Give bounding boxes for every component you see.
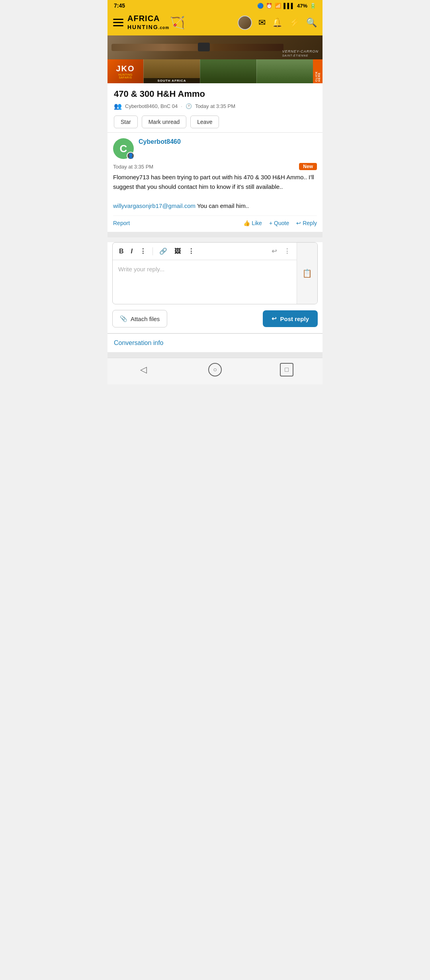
- more-options-button[interactable]: ⋮: [186, 246, 197, 257]
- logo-text: AFRICA HUNTING.com: [127, 14, 169, 31]
- jko-images: SOUTH AFRICA: [143, 59, 313, 83]
- mail-icon[interactable]: ✉: [258, 18, 266, 28]
- ad-banner[interactable]: VERNEY-CARRON SAINT-ÉTIENNE JKO HUNTINGS…: [108, 35, 322, 83]
- editor-side-button[interactable]: 📋: [297, 243, 317, 304]
- bell-icon[interactable]: 🔔: [272, 18, 283, 28]
- thread-title-section: 470 & 300 H&H Ammo 👥 Cyberbot8460, BnC 0…: [108, 83, 322, 132]
- thread-title: 470 & 300 H&H Ammo: [114, 89, 316, 99]
- post-actions-right: 👍 Like + Quote ↩ Reply: [243, 220, 317, 226]
- post-header: C 👤 Cyberbot8460: [113, 138, 317, 159]
- section-gap: [108, 232, 322, 237]
- post-body: Flomoney713 has been trying to part out …: [113, 172, 317, 216]
- site-logo[interactable]: AFRICA HUNTING.com 🏹: [127, 14, 185, 31]
- search-icon[interactable]: 🔍: [306, 18, 317, 28]
- reply-editor: B I ⋮ 🔗 🖼 ⋮ ↩ ⋮ Write your reply... 📋: [112, 242, 318, 304]
- new-badge: New: [299, 163, 317, 170]
- post-timestamp-row: Today at 3:35 PM New: [113, 159, 317, 172]
- recent-apps-button[interactable]: □: [280, 363, 293, 376]
- hamburger-menu[interactable]: [113, 19, 123, 26]
- navbar-right: ✉ 🔔 ⚡ 🔍: [238, 16, 317, 30]
- jko-logo: JKO HUNTINGSAFARIS: [108, 59, 143, 83]
- bottom-nav: ◁ ○ □: [108, 358, 322, 384]
- post-reply-button[interactable]: ↩ Post reply: [263, 310, 318, 327]
- jko-img-1: SOUTH AFRICA: [143, 59, 200, 83]
- conversation-info-section: Conversation info: [108, 333, 322, 352]
- undo-button[interactable]: ↩: [269, 246, 279, 257]
- post-footer: Report 👍 Like + Quote ↩ Reply: [113, 216, 317, 232]
- reply-button[interactable]: ↩ Reply: [296, 220, 317, 226]
- meta-dot: ·: [181, 103, 182, 109]
- post-timestamp: Today at 3:35 PM: [113, 164, 153, 170]
- editor-placeholder: Write your reply...: [118, 266, 164, 272]
- post-section: C 👤 Cyberbot8460 Today at 3:35 PM New Fl…: [108, 133, 322, 232]
- jko-subtext: HUNTINGSAFARIS: [118, 73, 132, 79]
- conversation-info-link[interactable]: Conversation info: [114, 339, 164, 346]
- rifle-scope: [198, 43, 210, 51]
- bluetooth-icon: 🔵: [257, 3, 264, 9]
- leave-button[interactable]: Leave: [190, 116, 219, 128]
- post-author-info: Cyberbot8460: [139, 138, 181, 146]
- avatar-container: C 👤: [113, 138, 134, 159]
- bold-button[interactable]: B: [117, 246, 126, 257]
- navbar-left: AFRICA HUNTING.com 🏹: [113, 14, 185, 31]
- battery-icon: 🔋: [310, 3, 316, 9]
- italic-button[interactable]: I: [129, 246, 135, 257]
- status-bar: 7:45 🔵 ⏰ 📶 ▌▌▌ 47% 🔋: [108, 0, 322, 11]
- bottom-actions: 📎 Attach files ↩ Post reply: [108, 304, 322, 333]
- toolbar-sep-1: [152, 247, 153, 255]
- reply-section: B I ⋮ 🔗 🖼 ⋮ ↩ ⋮ Write your reply... 📋: [108, 242, 322, 333]
- thread-participants: Cyberbot8460, BnC 04: [125, 103, 178, 109]
- lightning-icon[interactable]: ⚡: [289, 18, 300, 28]
- jko-img-3: [256, 59, 313, 83]
- back-button[interactable]: ◁: [137, 363, 150, 376]
- ad-rifle-section: VERNEY-CARRON SAINT-ÉTIENNE: [108, 35, 322, 59]
- thumbs-up-icon: 👍: [243, 220, 250, 226]
- wifi-icon: 📶: [275, 3, 281, 9]
- clock-icon: 🕐: [186, 103, 192, 109]
- side-doc-icon: 📋: [302, 269, 312, 278]
- bottom-gap: [108, 352, 322, 358]
- jko-text: JKO: [116, 64, 135, 73]
- post-email-link[interactable]: willyvargasonjrb17@gmail.com: [113, 202, 195, 209]
- click-here-tab[interactable]: CLICK HERE: [313, 59, 322, 83]
- link-button[interactable]: 🔗: [157, 246, 170, 257]
- battery-text: 47%: [297, 3, 307, 9]
- paperclip-icon: 📎: [120, 315, 127, 322]
- avatar-badge: 👤: [127, 152, 135, 160]
- brand-text: VERNEY-CARRON SAINT-ÉTIENNE: [282, 49, 319, 57]
- home-button[interactable]: ○: [208, 363, 222, 376]
- star-button[interactable]: Star: [114, 116, 138, 128]
- jko-img-2: [200, 59, 256, 83]
- user-avatar[interactable]: [238, 16, 252, 30]
- author-username[interactable]: Cyberbot8460: [139, 138, 181, 145]
- hamburger-line: [113, 25, 123, 26]
- reply-icon: ↩: [296, 220, 301, 226]
- status-time: 7:45: [114, 2, 125, 9]
- post-body-text-2: You can email him..: [197, 202, 249, 209]
- home-circle-icon: ○: [213, 366, 217, 373]
- navbar: AFRICA HUNTING.com 🏹 ✉ 🔔 ⚡ 🔍: [108, 11, 322, 35]
- more-right-button[interactable]: ⋮: [281, 246, 293, 257]
- signal-icon: ▌▌▌: [283, 3, 295, 9]
- alarm-icon: ⏰: [266, 3, 272, 9]
- participants-icon: 👥: [114, 102, 122, 110]
- thread-actions: Star Mark unread Leave: [114, 116, 316, 128]
- mark-unread-button[interactable]: Mark unread: [142, 116, 187, 128]
- editor-body[interactable]: Write your reply...: [113, 260, 297, 304]
- recent-square-icon: □: [285, 366, 289, 373]
- hamburger-line: [113, 19, 123, 20]
- post-body-text-1: Flomoney713 has been trying to part out …: [113, 174, 314, 190]
- quote-button[interactable]: + Quote: [269, 220, 289, 226]
- plus-icon: +: [269, 220, 272, 226]
- image-button[interactable]: 🖼: [172, 246, 183, 257]
- more-text-button[interactable]: ⋮: [137, 246, 149, 257]
- editor-wrapper: B I ⋮ 🔗 🖼 ⋮ ↩ ⋮ Write your reply... 📋: [113, 243, 317, 304]
- report-button[interactable]: Report: [113, 220, 130, 226]
- south-africa-text: SOUTH AFRICA: [144, 78, 200, 83]
- ad-jko-section: JKO HUNTINGSAFARIS SOUTH AFRICA CLICK HE…: [108, 59, 322, 83]
- editor-toolbar: B I ⋮ 🔗 🖼 ⋮ ↩ ⋮: [113, 243, 297, 260]
- hamburger-line: [113, 22, 123, 23]
- editor-main: B I ⋮ 🔗 🖼 ⋮ ↩ ⋮ Write your reply...: [113, 243, 297, 304]
- attach-files-button[interactable]: 📎 Attach files: [112, 310, 167, 327]
- like-button[interactable]: 👍 Like: [243, 220, 262, 226]
